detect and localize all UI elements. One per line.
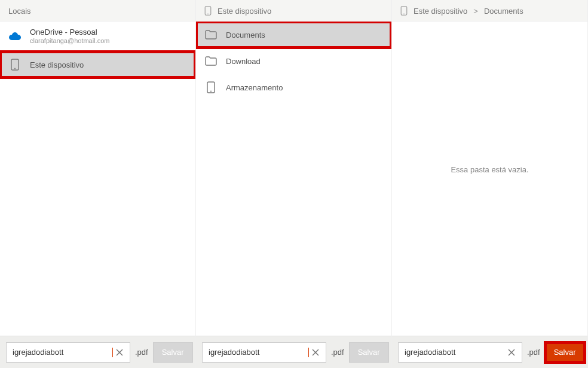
filename-wrap-3[interactable] bbox=[398, 342, 522, 363]
svg-point-3 bbox=[207, 13, 209, 14]
folder-icon bbox=[204, 54, 218, 68]
folder-download-label: Download bbox=[226, 57, 261, 66]
panel-places-header: Locais bbox=[0, 0, 195, 22]
svg-point-7 bbox=[403, 13, 405, 14]
extension-label-1: .pdf bbox=[134, 348, 149, 357]
panel-folder-body: Essa pasta está vazia. bbox=[392, 22, 587, 336]
clear-filename-button-3[interactable] bbox=[505, 346, 518, 359]
filename-wrap-1[interactable] bbox=[6, 342, 130, 363]
extension-label-2: .pdf bbox=[330, 348, 345, 357]
filename-input-3[interactable] bbox=[405, 348, 505, 357]
save-button-1[interactable]: Salvar bbox=[153, 342, 193, 363]
filename-input-2[interactable] bbox=[209, 348, 309, 357]
panel-places-title: Locais bbox=[8, 7, 31, 16]
save-button-3[interactable]: Salvar bbox=[545, 342, 585, 363]
item-storage-label: Armazenamento bbox=[226, 83, 283, 92]
onedrive-title: OneDrive - Pessoal bbox=[30, 28, 109, 37]
extension-label-3: .pdf bbox=[526, 348, 541, 357]
breadcrumb-folder: Documents bbox=[484, 7, 523, 16]
panel-places-body: OneDrive - Pessoal clarafpitanga@hotmail… bbox=[0, 22, 195, 336]
phone-icon bbox=[400, 6, 409, 17]
folder-icon bbox=[204, 28, 218, 41]
bottom-bar-panel2: .pdf Salvar bbox=[196, 336, 391, 368]
folder-download[interactable]: Download bbox=[196, 48, 391, 74]
phone-icon bbox=[204, 6, 213, 17]
save-button-2[interactable]: Salvar bbox=[349, 342, 389, 363]
clear-filename-button-2[interactable] bbox=[309, 346, 322, 359]
bottom-bar-panel3: .pdf Salvar bbox=[392, 336, 587, 368]
onedrive-email: clarafpitanga@hotmail.com bbox=[30, 37, 109, 45]
folder-documents[interactable]: Documents bbox=[196, 22, 391, 48]
empty-folder-message: Essa pasta está vazia. bbox=[392, 22, 587, 174]
phone-icon bbox=[8, 58, 22, 71]
onedrive-icon bbox=[8, 30, 22, 43]
folder-documents-label: Documents bbox=[226, 31, 265, 39]
phone-icon bbox=[204, 81, 218, 94]
panel-device-header: Este dispositivo bbox=[196, 0, 391, 22]
breadcrumb-separator: > bbox=[472, 7, 479, 16]
breadcrumb-device[interactable]: Este dispositivo bbox=[414, 7, 467, 16]
panel-places: Locais OneDrive - Pessoal clarafpitanga@… bbox=[0, 0, 196, 368]
item-storage[interactable]: Armazenamento bbox=[196, 74, 391, 101]
this-device-label: Este dispositivo bbox=[30, 60, 84, 69]
panel-device: Este dispositivo Documents Download Arma… bbox=[196, 0, 392, 368]
panel-device-title: Este dispositivo bbox=[218, 7, 271, 16]
onedrive-labels: OneDrive - Pessoal clarafpitanga@hotmail… bbox=[30, 28, 109, 45]
location-onedrive[interactable]: OneDrive - Pessoal clarafpitanga@hotmail… bbox=[0, 22, 195, 51]
filename-input-1[interactable] bbox=[13, 348, 113, 357]
panel-folder-header: Este dispositivo > Documents bbox=[392, 0, 587, 22]
panel-folder: Este dispositivo > Documents Essa pasta … bbox=[392, 0, 588, 368]
location-this-device[interactable]: Este dispositivo bbox=[0, 51, 195, 78]
clear-filename-button-1[interactable] bbox=[113, 346, 126, 359]
bottom-bar-panel1: .pdf Salvar bbox=[0, 336, 195, 368]
svg-point-5 bbox=[210, 91, 212, 92]
filename-wrap-2[interactable] bbox=[202, 342, 326, 363]
svg-point-1 bbox=[14, 68, 16, 69]
panel-device-body: Documents Download Armazenamento bbox=[196, 22, 391, 336]
